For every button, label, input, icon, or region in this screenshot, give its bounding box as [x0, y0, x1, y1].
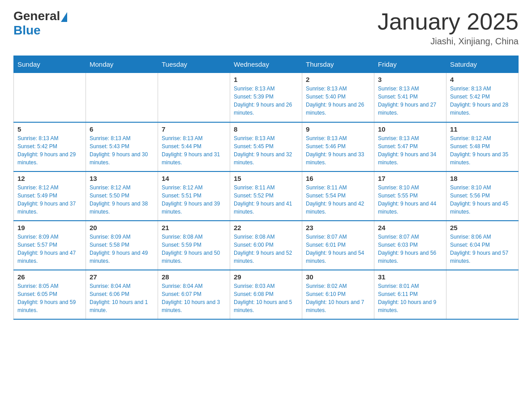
day-number: 13 — [90, 175, 154, 182]
day-info: Sunrise: 8:09 AM Sunset: 5:57 PM Dayligh… — [17, 233, 82, 265]
day-number: 17 — [378, 175, 442, 182]
day-info: Sunrise: 8:03 AM Sunset: 6:08 PM Dayligh… — [234, 282, 298, 314]
day-info: Sunrise: 8:13 AM Sunset: 5:40 PM Dayligh… — [306, 85, 370, 117]
calendar-day-cell: 28Sunrise: 8:04 AM Sunset: 6:07 PM Dayli… — [158, 270, 230, 319]
day-number: 19 — [17, 224, 82, 231]
calendar-day-cell: 10Sunrise: 8:13 AM Sunset: 5:47 PM Dayli… — [374, 122, 446, 171]
day-info: Sunrise: 8:06 AM Sunset: 6:04 PM Dayligh… — [450, 233, 515, 265]
calendar-day-cell: 15Sunrise: 8:11 AM Sunset: 5:52 PM Dayli… — [230, 171, 302, 221]
day-info: Sunrise: 8:13 AM Sunset: 5:44 PM Dayligh… — [162, 134, 226, 167]
logo-general-text: General — [13, 9, 60, 23]
day-info: Sunrise: 8:13 AM Sunset: 5:45 PM Dayligh… — [234, 134, 298, 167]
day-info: Sunrise: 8:13 AM Sunset: 5:42 PM Dayligh… — [450, 85, 515, 117]
day-info: Sunrise: 8:04 AM Sunset: 6:07 PM Dayligh… — [162, 282, 226, 314]
day-of-week-header: Saturday — [446, 56, 519, 73]
day-number: 4 — [450, 76, 515, 83]
day-number: 25 — [450, 224, 515, 231]
calendar-day-cell: 17Sunrise: 8:10 AM Sunset: 5:55 PM Dayli… — [374, 171, 446, 221]
calendar-day-cell — [86, 73, 158, 122]
day-info: Sunrise: 8:13 AM Sunset: 5:47 PM Dayligh… — [378, 134, 442, 167]
calendar-week-row: 12Sunrise: 8:12 AM Sunset: 5:49 PM Dayli… — [14, 171, 519, 221]
calendar-week-row: 19Sunrise: 8:09 AM Sunset: 5:57 PM Dayli… — [14, 221, 519, 270]
day-info: Sunrise: 8:02 AM Sunset: 6:10 PM Dayligh… — [306, 282, 370, 314]
day-number: 3 — [378, 76, 442, 83]
day-of-week-header: Friday — [374, 56, 446, 73]
logo-blue-text: Blue — [13, 23, 41, 38]
day-info: Sunrise: 8:11 AM Sunset: 5:52 PM Dayligh… — [234, 184, 298, 216]
calendar-day-cell: 14Sunrise: 8:12 AM Sunset: 5:51 PM Dayli… — [158, 171, 230, 221]
day-number: 11 — [450, 125, 515, 133]
calendar-day-cell: 24Sunrise: 8:07 AM Sunset: 6:03 PM Dayli… — [374, 221, 446, 270]
calendar-day-cell: 23Sunrise: 8:07 AM Sunset: 6:01 PM Dayli… — [302, 221, 374, 270]
calendar-day-cell: 2Sunrise: 8:13 AM Sunset: 5:40 PM Daylig… — [302, 73, 374, 122]
calendar-day-cell: 1Sunrise: 8:13 AM Sunset: 5:39 PM Daylig… — [230, 73, 302, 122]
day-info: Sunrise: 8:12 AM Sunset: 5:49 PM Dayligh… — [17, 184, 82, 216]
day-info: Sunrise: 8:13 AM Sunset: 5:46 PM Dayligh… — [306, 134, 370, 167]
calendar-day-cell: 3Sunrise: 8:13 AM Sunset: 5:41 PM Daylig… — [374, 73, 446, 122]
calendar-day-cell: 30Sunrise: 8:02 AM Sunset: 6:10 PM Dayli… — [302, 270, 374, 319]
day-info: Sunrise: 8:10 AM Sunset: 5:56 PM Dayligh… — [450, 184, 515, 216]
day-info: Sunrise: 8:08 AM Sunset: 5:59 PM Dayligh… — [162, 233, 226, 265]
month-title: January 2025 — [378, 9, 519, 34]
day-info: Sunrise: 8:10 AM Sunset: 5:55 PM Dayligh… — [378, 184, 442, 216]
day-info: Sunrise: 8:07 AM Sunset: 6:01 PM Dayligh… — [306, 233, 370, 265]
day-of-week-header: Sunday — [14, 56, 86, 73]
calendar-day-cell — [158, 73, 230, 122]
day-number: 16 — [306, 175, 370, 182]
calendar-week-row: 5Sunrise: 8:13 AM Sunset: 5:42 PM Daylig… — [14, 122, 519, 171]
day-info: Sunrise: 8:09 AM Sunset: 5:58 PM Dayligh… — [90, 233, 154, 265]
day-info: Sunrise: 8:07 AM Sunset: 6:03 PM Dayligh… — [378, 233, 442, 265]
calendar-day-cell: 29Sunrise: 8:03 AM Sunset: 6:08 PM Dayli… — [230, 270, 302, 319]
calendar-day-cell: 19Sunrise: 8:09 AM Sunset: 5:57 PM Dayli… — [14, 221, 86, 270]
day-number: 31 — [378, 273, 442, 281]
day-number: 6 — [90, 125, 154, 133]
calendar-day-cell: 26Sunrise: 8:05 AM Sunset: 6:05 PM Dayli… — [14, 270, 86, 319]
day-info: Sunrise: 8:05 AM Sunset: 6:05 PM Dayligh… — [17, 282, 82, 314]
day-number: 29 — [234, 273, 298, 281]
day-number: 12 — [17, 175, 82, 182]
day-number: 24 — [378, 224, 442, 231]
day-info: Sunrise: 8:11 AM Sunset: 5:54 PM Dayligh… — [306, 184, 370, 216]
calendar-day-cell: 5Sunrise: 8:13 AM Sunset: 5:42 PM Daylig… — [14, 122, 86, 171]
day-number: 8 — [234, 125, 298, 133]
day-number: 22 — [234, 224, 298, 231]
day-number: 28 — [162, 273, 226, 281]
day-info: Sunrise: 8:12 AM Sunset: 5:50 PM Dayligh… — [90, 184, 154, 216]
day-number: 2 — [306, 76, 370, 83]
calendar-day-cell: 11Sunrise: 8:12 AM Sunset: 5:48 PM Dayli… — [446, 122, 519, 171]
calendar-day-cell: 27Sunrise: 8:04 AM Sunset: 6:06 PM Dayli… — [86, 270, 158, 319]
calendar-week-row: 1Sunrise: 8:13 AM Sunset: 5:39 PM Daylig… — [14, 73, 519, 122]
day-of-week-header: Tuesday — [158, 56, 230, 73]
day-of-week-header: Wednesday — [230, 56, 302, 73]
calendar-day-cell: 9Sunrise: 8:13 AM Sunset: 5:46 PM Daylig… — [302, 122, 374, 171]
day-number: 15 — [234, 175, 298, 182]
calendar-day-cell — [14, 73, 86, 122]
day-info: Sunrise: 8:01 AM Sunset: 6:11 PM Dayligh… — [378, 282, 442, 314]
day-number: 26 — [17, 273, 82, 281]
day-info: Sunrise: 8:13 AM Sunset: 5:41 PM Dayligh… — [378, 85, 442, 117]
day-number: 5 — [17, 125, 82, 133]
calendar-week-row: 26Sunrise: 8:05 AM Sunset: 6:05 PM Dayli… — [14, 270, 519, 319]
calendar-day-cell: 18Sunrise: 8:10 AM Sunset: 5:56 PM Dayli… — [446, 171, 519, 221]
day-number: 27 — [90, 273, 154, 281]
calendar-day-cell: 16Sunrise: 8:11 AM Sunset: 5:54 PM Dayli… — [302, 171, 374, 221]
calendar-day-cell: 31Sunrise: 8:01 AM Sunset: 6:11 PM Dayli… — [374, 270, 446, 319]
calendar-header-row: SundayMondayTuesdayWednesdayThursdayFrid… — [14, 56, 519, 73]
day-info: Sunrise: 8:13 AM Sunset: 5:42 PM Dayligh… — [17, 134, 82, 167]
day-info: Sunrise: 8:12 AM Sunset: 5:48 PM Dayligh… — [450, 134, 515, 167]
calendar-day-cell: 13Sunrise: 8:12 AM Sunset: 5:50 PM Dayli… — [86, 171, 158, 221]
day-number: 1 — [234, 76, 298, 83]
day-info: Sunrise: 8:04 AM Sunset: 6:06 PM Dayligh… — [90, 282, 154, 314]
day-of-week-header: Thursday — [302, 56, 374, 73]
calendar-day-cell: 21Sunrise: 8:08 AM Sunset: 5:59 PM Dayli… — [158, 221, 230, 270]
location-text: Jiashi, Xinjiang, China — [378, 36, 519, 47]
day-info: Sunrise: 8:08 AM Sunset: 6:00 PM Dayligh… — [234, 233, 298, 265]
calendar-day-cell: 22Sunrise: 8:08 AM Sunset: 6:00 PM Dayli… — [230, 221, 302, 270]
day-number: 21 — [162, 224, 226, 231]
calendar-day-cell: 20Sunrise: 8:09 AM Sunset: 5:58 PM Dayli… — [86, 221, 158, 270]
day-number: 7 — [162, 125, 226, 133]
day-number: 20 — [90, 224, 154, 231]
day-info: Sunrise: 8:12 AM Sunset: 5:51 PM Dayligh… — [162, 184, 226, 216]
day-number: 30 — [306, 273, 370, 281]
day-number: 10 — [378, 125, 442, 133]
